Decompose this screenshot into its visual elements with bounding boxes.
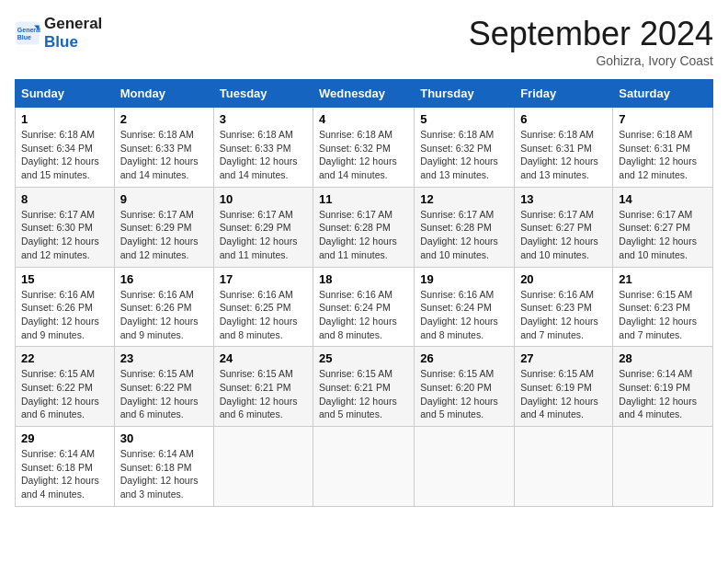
calendar-cell: 23Sunrise: 6:15 AMSunset: 6:22 PMDayligh… [114, 347, 213, 427]
day-info: Sunrise: 6:14 AMSunset: 6:18 PMDaylight:… [120, 447, 208, 501]
calendar-table: SundayMondayTuesdayWednesdayThursdayFrid… [15, 79, 713, 507]
calendar-cell: 6Sunrise: 6:18 AMSunset: 6:31 PMDaylight… [515, 108, 613, 188]
calendar-cell: 1Sunrise: 6:18 AMSunset: 6:34 PMDaylight… [16, 108, 115, 188]
day-number: 6 [520, 112, 607, 126]
day-number: 21 [619, 272, 707, 286]
day-info: Sunrise: 6:18 AMSunset: 6:34 PMDaylight:… [21, 128, 108, 182]
day-info: Sunrise: 6:14 AMSunset: 6:18 PMDaylight:… [21, 447, 108, 501]
day-number: 13 [520, 192, 607, 206]
day-number: 24 [220, 351, 307, 365]
day-number: 7 [619, 112, 707, 126]
logo-text-blue: Blue [44, 33, 102, 52]
day-info: Sunrise: 6:16 AMSunset: 6:24 PMDaylight:… [319, 288, 408, 342]
day-info: Sunrise: 6:17 AMSunset: 6:30 PMDaylight:… [21, 208, 108, 262]
day-info: Sunrise: 6:15 AMSunset: 6:22 PMDaylight:… [120, 367, 208, 421]
day-info: Sunrise: 6:18 AMSunset: 6:31 PMDaylight:… [619, 128, 707, 182]
day-number: 15 [21, 272, 108, 286]
day-number: 1 [21, 112, 108, 126]
calendar-cell: 3Sunrise: 6:18 AMSunset: 6:33 PMDaylight… [213, 108, 313, 188]
day-number: 16 [120, 272, 208, 286]
day-info: Sunrise: 6:17 AMSunset: 6:27 PMDaylight:… [520, 208, 607, 262]
calendar-cell: 30Sunrise: 6:14 AMSunset: 6:18 PMDayligh… [114, 427, 213, 507]
day-number: 12 [420, 192, 508, 206]
day-number: 29 [21, 431, 108, 445]
day-info: Sunrise: 6:15 AMSunset: 6:23 PMDaylight:… [619, 288, 707, 342]
calendar-cell: 19Sunrise: 6:16 AMSunset: 6:24 PMDayligh… [415, 267, 515, 347]
logo-icon: General Blue [15, 20, 40, 46]
calendar-cell: 18Sunrise: 6:16 AMSunset: 6:24 PMDayligh… [313, 267, 415, 347]
calendar-cell: 20Sunrise: 6:16 AMSunset: 6:23 PMDayligh… [515, 267, 613, 347]
calendar-cell: 14Sunrise: 6:17 AMSunset: 6:27 PMDayligh… [613, 187, 713, 267]
day-number: 11 [319, 192, 408, 206]
calendar-cell: 11Sunrise: 6:17 AMSunset: 6:28 PMDayligh… [313, 187, 415, 267]
day-of-week-header: Saturday [613, 80, 713, 108]
day-number: 28 [619, 351, 707, 365]
calendar-cell: 15Sunrise: 6:16 AMSunset: 6:26 PMDayligh… [16, 267, 115, 347]
day-number: 30 [120, 431, 208, 445]
calendar-cell: 4Sunrise: 6:18 AMSunset: 6:32 PMDaylight… [313, 108, 415, 188]
calendar-cell: 13Sunrise: 6:17 AMSunset: 6:27 PMDayligh… [515, 187, 613, 267]
day-of-week-header: Wednesday [313, 80, 415, 108]
day-number: 2 [120, 112, 208, 126]
day-info: Sunrise: 6:18 AMSunset: 6:33 PMDaylight:… [220, 128, 307, 182]
calendar-cell: 26Sunrise: 6:15 AMSunset: 6:20 PMDayligh… [415, 347, 515, 427]
day-info: Sunrise: 6:17 AMSunset: 6:29 PMDaylight:… [220, 208, 307, 262]
day-info: Sunrise: 6:18 AMSunset: 6:31 PMDaylight:… [520, 128, 607, 182]
calendar-week-row: 1Sunrise: 6:18 AMSunset: 6:34 PMDaylight… [16, 108, 713, 188]
day-info: Sunrise: 6:16 AMSunset: 6:26 PMDaylight:… [21, 288, 108, 342]
day-of-week-header: Thursday [415, 80, 515, 108]
calendar-cell: 5Sunrise: 6:18 AMSunset: 6:32 PMDaylight… [415, 108, 515, 188]
day-info: Sunrise: 6:17 AMSunset: 6:28 PMDaylight:… [420, 208, 508, 262]
day-info: Sunrise: 6:16 AMSunset: 6:24 PMDaylight:… [420, 288, 508, 342]
day-number: 20 [520, 272, 607, 286]
svg-text:Blue: Blue [17, 34, 31, 40]
svg-rect-0 [16, 22, 39, 45]
day-number: 10 [220, 192, 307, 206]
day-info: Sunrise: 6:15 AMSunset: 6:21 PMDaylight:… [319, 367, 408, 421]
day-info: Sunrise: 6:17 AMSunset: 6:27 PMDaylight:… [619, 208, 707, 262]
day-info: Sunrise: 6:14 AMSunset: 6:19 PMDaylight:… [619, 367, 707, 421]
day-number: 5 [420, 112, 508, 126]
day-number: 26 [420, 351, 508, 365]
logo-text-general: General [44, 15, 102, 33]
day-info: Sunrise: 6:15 AMSunset: 6:22 PMDaylight:… [21, 367, 108, 421]
day-of-week-header: Monday [114, 80, 213, 108]
day-number: 18 [319, 272, 408, 286]
day-number: 23 [120, 351, 208, 365]
calendar-week-row: 29Sunrise: 6:14 AMSunset: 6:18 PMDayligh… [16, 427, 713, 507]
location: Gohizra, Ivory Coast [469, 53, 713, 68]
day-of-week-header: Friday [515, 80, 613, 108]
calendar-cell: 22Sunrise: 6:15 AMSunset: 6:22 PMDayligh… [16, 347, 115, 427]
day-number: 8 [21, 192, 108, 206]
calendar-header-row: SundayMondayTuesdayWednesdayThursdayFrid… [16, 80, 713, 108]
day-info: Sunrise: 6:17 AMSunset: 6:28 PMDaylight:… [319, 208, 408, 262]
day-info: Sunrise: 6:16 AMSunset: 6:23 PMDaylight:… [520, 288, 607, 342]
day-number: 19 [420, 272, 508, 286]
calendar-cell [613, 427, 713, 507]
day-info: Sunrise: 6:18 AMSunset: 6:33 PMDaylight:… [120, 128, 208, 182]
day-number: 22 [21, 351, 108, 365]
calendar-cell: 2Sunrise: 6:18 AMSunset: 6:33 PMDaylight… [114, 108, 213, 188]
calendar-cell: 27Sunrise: 6:15 AMSunset: 6:19 PMDayligh… [515, 347, 613, 427]
calendar-cell: 8Sunrise: 6:17 AMSunset: 6:30 PMDaylight… [16, 187, 115, 267]
day-number: 14 [619, 192, 707, 206]
day-info: Sunrise: 6:15 AMSunset: 6:21 PMDaylight:… [220, 367, 307, 421]
day-of-week-header: Tuesday [213, 80, 313, 108]
calendar-cell [313, 427, 415, 507]
calendar-cell: 9Sunrise: 6:17 AMSunset: 6:29 PMDaylight… [114, 187, 213, 267]
calendar-cell: 28Sunrise: 6:14 AMSunset: 6:19 PMDayligh… [613, 347, 713, 427]
calendar-week-row: 8Sunrise: 6:17 AMSunset: 6:30 PMDaylight… [16, 187, 713, 267]
day-number: 27 [520, 351, 607, 365]
calendar-cell: 21Sunrise: 6:15 AMSunset: 6:23 PMDayligh… [613, 267, 713, 347]
calendar-week-row: 22Sunrise: 6:15 AMSunset: 6:22 PMDayligh… [16, 347, 713, 427]
day-number: 25 [319, 351, 408, 365]
calendar-cell [415, 427, 515, 507]
day-info: Sunrise: 6:18 AMSunset: 6:32 PMDaylight:… [420, 128, 508, 182]
day-info: Sunrise: 6:15 AMSunset: 6:20 PMDaylight:… [420, 367, 508, 421]
day-of-week-header: Sunday [16, 80, 115, 108]
calendar-cell: 29Sunrise: 6:14 AMSunset: 6:18 PMDayligh… [16, 427, 115, 507]
calendar-cell: 12Sunrise: 6:17 AMSunset: 6:28 PMDayligh… [415, 187, 515, 267]
calendar-cell: 16Sunrise: 6:16 AMSunset: 6:26 PMDayligh… [114, 267, 213, 347]
day-info: Sunrise: 6:16 AMSunset: 6:25 PMDaylight:… [220, 288, 307, 342]
day-info: Sunrise: 6:16 AMSunset: 6:26 PMDaylight:… [120, 288, 208, 342]
